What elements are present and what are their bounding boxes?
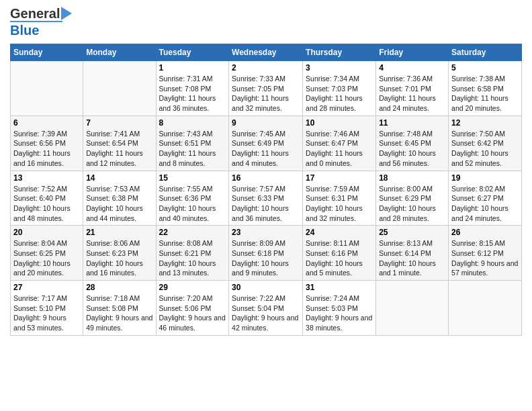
- calendar-week-row: 6Sunrise: 7:39 AM Sunset: 6:56 PM Daylig…: [11, 116, 522, 171]
- calendar-cell: 4Sunrise: 7:36 AM Sunset: 7:01 PM Daylig…: [376, 61, 449, 116]
- day-info: Sunrise: 7:17 AM Sunset: 5:10 PM Dayligh…: [13, 293, 80, 333]
- calendar-cell: 27Sunrise: 7:17 AM Sunset: 5:10 PM Dayli…: [11, 281, 83, 336]
- day-info: Sunrise: 7:41 AM Sunset: 6:54 PM Dayligh…: [86, 129, 152, 169]
- day-info: Sunrise: 7:45 AM Sunset: 6:49 PM Dayligh…: [232, 129, 300, 169]
- calendar-cell: [11, 61, 83, 116]
- day-info: Sunrise: 7:46 AM Sunset: 6:47 PM Dayligh…: [306, 129, 373, 169]
- day-number: 22: [159, 228, 226, 237]
- calendar-header-monday: Monday: [83, 44, 156, 61]
- day-number: 9: [232, 118, 300, 128]
- logo: General Blue: [10, 7, 72, 38]
- calendar-week-row: 13Sunrise: 7:52 AM Sunset: 6:40 PM Dayli…: [11, 171, 522, 226]
- day-info: Sunrise: 8:11 AM Sunset: 6:16 PM Dayligh…: [306, 238, 373, 278]
- day-number: 18: [379, 173, 445, 183]
- day-number: 14: [86, 173, 152, 183]
- logo-general: General: [10, 7, 60, 20]
- calendar-cell: 2Sunrise: 7:33 AM Sunset: 7:05 PM Daylig…: [229, 61, 303, 116]
- day-info: Sunrise: 7:57 AM Sunset: 6:33 PM Dayligh…: [232, 184, 300, 224]
- calendar-cell: 22Sunrise: 8:08 AM Sunset: 6:21 PM Dayli…: [156, 226, 229, 281]
- calendar-cell: 26Sunrise: 8:15 AM Sunset: 6:12 PM Dayli…: [449, 226, 522, 281]
- day-number: 4: [379, 63, 445, 73]
- day-number: 6: [13, 118, 80, 128]
- day-info: Sunrise: 7:34 AM Sunset: 7:03 PM Dayligh…: [306, 74, 373, 113]
- calendar-header-thursday: Thursday: [303, 44, 376, 61]
- calendar-cell: 15Sunrise: 7:55 AM Sunset: 6:36 PM Dayli…: [156, 171, 229, 226]
- logo-arrow-icon: [61, 7, 72, 20]
- calendar-cell: 16Sunrise: 7:57 AM Sunset: 6:33 PM Dayli…: [229, 171, 303, 226]
- day-number: 17: [306, 173, 373, 183]
- calendar-cell: 21Sunrise: 8:06 AM Sunset: 6:23 PM Dayli…: [83, 226, 156, 281]
- day-number: 23: [232, 228, 300, 237]
- calendar-cell: 9Sunrise: 7:45 AM Sunset: 6:49 PM Daylig…: [229, 116, 303, 171]
- calendar-cell: [376, 281, 449, 336]
- calendar-cell: 24Sunrise: 8:11 AM Sunset: 6:16 PM Dayli…: [303, 226, 376, 281]
- calendar-header-row: SundayMondayTuesdayWednesdayThursdayFrid…: [11, 44, 522, 61]
- day-number: 13: [13, 173, 80, 183]
- calendar-cell: [83, 61, 156, 116]
- calendar-header-friday: Friday: [376, 44, 449, 61]
- day-number: 29: [159, 283, 226, 292]
- calendar-table: SundayMondayTuesdayWednesdayThursdayFrid…: [10, 44, 522, 336]
- day-info: Sunrise: 8:02 AM Sunset: 6:27 PM Dayligh…: [451, 184, 519, 224]
- calendar-cell: 11Sunrise: 7:48 AM Sunset: 6:45 PM Dayli…: [376, 116, 449, 171]
- day-number: 21: [86, 228, 152, 237]
- day-number: 11: [379, 118, 445, 128]
- logo-blue: Blue: [10, 23, 39, 38]
- calendar-cell: 29Sunrise: 7:20 AM Sunset: 5:06 PM Dayli…: [156, 281, 229, 336]
- day-number: 31: [306, 283, 373, 292]
- calendar-cell: 5Sunrise: 7:38 AM Sunset: 6:58 PM Daylig…: [449, 61, 522, 116]
- day-info: Sunrise: 7:36 AM Sunset: 7:01 PM Dayligh…: [379, 74, 445, 113]
- day-number: 5: [451, 63, 519, 73]
- calendar-cell: 1Sunrise: 7:31 AM Sunset: 7:08 PM Daylig…: [156, 61, 229, 116]
- day-number: 10: [306, 118, 373, 128]
- day-info: Sunrise: 7:53 AM Sunset: 6:38 PM Dayligh…: [86, 184, 152, 224]
- day-number: 26: [451, 228, 519, 237]
- day-number: 15: [159, 173, 226, 183]
- calendar-cell: 30Sunrise: 7:22 AM Sunset: 5:04 PM Dayli…: [229, 281, 303, 336]
- day-info: Sunrise: 8:15 AM Sunset: 6:12 PM Dayligh…: [451, 238, 519, 278]
- day-number: 2: [232, 63, 300, 73]
- day-number: 7: [86, 118, 152, 128]
- day-number: 25: [379, 228, 445, 237]
- calendar-week-row: 27Sunrise: 7:17 AM Sunset: 5:10 PM Dayli…: [11, 281, 522, 336]
- calendar-cell: 23Sunrise: 8:09 AM Sunset: 6:18 PM Dayli…: [229, 226, 303, 281]
- calendar-cell: 7Sunrise: 7:41 AM Sunset: 6:54 PM Daylig…: [83, 116, 156, 171]
- day-info: Sunrise: 7:48 AM Sunset: 6:45 PM Dayligh…: [379, 129, 445, 169]
- calendar-cell: 19Sunrise: 8:02 AM Sunset: 6:27 PM Dayli…: [449, 171, 522, 226]
- calendar-week-row: 1Sunrise: 7:31 AM Sunset: 7:08 PM Daylig…: [11, 61, 522, 116]
- calendar-header-saturday: Saturday: [449, 44, 522, 61]
- day-number: 24: [306, 228, 373, 237]
- calendar-cell: 17Sunrise: 7:59 AM Sunset: 6:31 PM Dayli…: [303, 171, 376, 226]
- day-info: Sunrise: 7:59 AM Sunset: 6:31 PM Dayligh…: [306, 184, 373, 224]
- day-info: Sunrise: 7:33 AM Sunset: 7:05 PM Dayligh…: [232, 74, 300, 113]
- day-info: Sunrise: 8:13 AM Sunset: 6:14 PM Dayligh…: [379, 238, 445, 278]
- day-info: Sunrise: 8:08 AM Sunset: 6:21 PM Dayligh…: [159, 238, 226, 278]
- day-number: 16: [232, 173, 300, 183]
- day-number: 27: [13, 283, 80, 292]
- day-number: 19: [451, 173, 519, 183]
- calendar-cell: 8Sunrise: 7:43 AM Sunset: 6:51 PM Daylig…: [156, 116, 229, 171]
- day-info: Sunrise: 7:43 AM Sunset: 6:51 PM Dayligh…: [159, 129, 226, 169]
- day-number: 1: [159, 63, 226, 73]
- day-number: 28: [86, 283, 152, 292]
- calendar-cell: 13Sunrise: 7:52 AM Sunset: 6:40 PM Dayli…: [11, 171, 83, 226]
- calendar-week-row: 20Sunrise: 8:04 AM Sunset: 6:25 PM Dayli…: [11, 226, 522, 281]
- header: General Blue: [10, 7, 522, 38]
- calendar-cell: 18Sunrise: 8:00 AM Sunset: 6:29 PM Dayli…: [376, 171, 449, 226]
- calendar-header-tuesday: Tuesday: [156, 44, 229, 61]
- day-info: Sunrise: 8:04 AM Sunset: 6:25 PM Dayligh…: [13, 238, 80, 278]
- calendar-header-wednesday: Wednesday: [229, 44, 303, 61]
- day-info: Sunrise: 7:22 AM Sunset: 5:04 PM Dayligh…: [232, 293, 300, 333]
- calendar-cell: 28Sunrise: 7:18 AM Sunset: 5:08 PM Dayli…: [83, 281, 156, 336]
- day-info: Sunrise: 7:50 AM Sunset: 6:42 PM Dayligh…: [451, 129, 519, 169]
- calendar-header-sunday: Sunday: [11, 44, 83, 61]
- day-info: Sunrise: 7:38 AM Sunset: 6:58 PM Dayligh…: [451, 74, 519, 113]
- day-number: 30: [232, 283, 300, 292]
- page: General Blue SundayMondayTuesdayWednesda…: [0, 0, 532, 346]
- svg-marker-0: [61, 7, 72, 20]
- day-number: 20: [13, 228, 80, 237]
- day-info: Sunrise: 7:39 AM Sunset: 6:56 PM Dayligh…: [13, 129, 80, 169]
- day-info: Sunrise: 8:06 AM Sunset: 6:23 PM Dayligh…: [86, 238, 152, 278]
- day-number: 8: [159, 118, 226, 128]
- day-number: 12: [451, 118, 519, 128]
